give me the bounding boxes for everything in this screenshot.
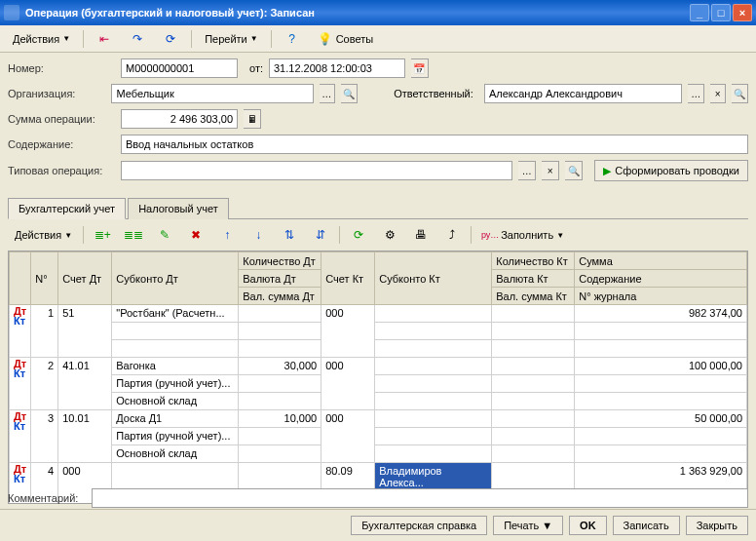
- table-row[interactable]: Основной склад: [10, 393, 747, 410]
- sort-asc-icon[interactable]: ⇅: [275, 223, 304, 247]
- settings-icon[interactable]: ⚙: [375, 223, 404, 247]
- resp-input[interactable]: [484, 84, 683, 103]
- tips-button[interactable]: 💡Советы: [311, 27, 380, 51]
- actions-menu[interactable]: Действия▼: [6, 29, 77, 49]
- org-select-icon[interactable]: …: [320, 84, 336, 103]
- accounting-ref-button[interactable]: Бухгалтерская справка: [351, 516, 487, 535]
- col-n[interactable]: N°: [31, 252, 58, 305]
- refresh-icon[interactable]: ⟳: [156, 27, 185, 51]
- table-row[interactable]: Партия (ручной учет)...: [10, 428, 747, 445]
- resp-open-icon[interactable]: 🔍: [732, 84, 748, 103]
- sort-desc-icon[interactable]: ⇵: [306, 223, 335, 247]
- help-icon[interactable]: ?: [278, 27, 307, 51]
- content-input[interactable]: [121, 135, 748, 154]
- table-row[interactable]: ДтКт 4 000 80.09 Владимиров Алекса...1 3…: [10, 463, 747, 491]
- org-label: Организация:: [8, 88, 105, 99]
- number-label: Номер:: [8, 62, 115, 74]
- comment-input[interactable]: [92, 488, 748, 508]
- print-grid-icon[interactable]: 🖶: [406, 223, 435, 247]
- col-schdt[interactable]: Счет Дт: [58, 252, 112, 305]
- resp-label: Ответственный:: [394, 88, 478, 99]
- typop-open-icon[interactable]: 🔍: [565, 161, 583, 180]
- col-vsdt[interactable]: Вал. сумма Дт: [239, 288, 321, 305]
- col-vskt[interactable]: Вал. сумма Кт: [492, 288, 575, 305]
- col-schkt[interactable]: Счет Кт: [321, 252, 375, 305]
- table-row[interactable]: Партия (ручной учет)...: [10, 375, 747, 393]
- save-button[interactable]: Записать: [613, 516, 680, 535]
- number-input[interactable]: [121, 58, 238, 78]
- delete-row-icon[interactable]: ✖: [181, 223, 210, 247]
- nav-fwd-icon[interactable]: ↷: [123, 27, 152, 51]
- typop-input[interactable]: [121, 161, 512, 180]
- calendar-icon[interactable]: 📅: [411, 58, 429, 78]
- move-up-icon[interactable]: ↑: [212, 223, 242, 247]
- resp-select-icon[interactable]: …: [688, 84, 704, 103]
- nav-back-icon[interactable]: ⇤: [90, 27, 119, 51]
- typop-label: Типовая операция:: [8, 165, 115, 176]
- ok-button[interactable]: OK: [569, 516, 607, 535]
- form-postings-button[interactable]: ▶Сформировать проводки: [594, 160, 748, 181]
- grid-actions-menu[interactable]: Действия▼: [8, 225, 79, 245]
- resp-clear-icon[interactable]: ×: [710, 84, 727, 103]
- app-icon: [4, 5, 19, 20]
- postings-grid[interactable]: N° Счет Дт Субконто Дт Количество Дт Сче…: [8, 251, 748, 504]
- calc-icon[interactable]: 🖩: [244, 109, 261, 129]
- date-input[interactable]: [269, 58, 405, 78]
- col-sum[interactable]: Сумма: [575, 252, 747, 270]
- org-open-icon[interactable]: 🔍: [341, 84, 358, 103]
- edit-row-icon[interactable]: ✎: [150, 223, 179, 247]
- close-form-button[interactable]: Закрыть: [686, 516, 748, 535]
- title-bar: Операция (бухгалтерский и налоговый учет…: [0, 0, 756, 25]
- col-qtykt[interactable]: Количество Кт: [492, 252, 575, 270]
- fill-button[interactable]: ру…Заполнить▼: [475, 223, 571, 247]
- col-valdt[interactable]: Валюта Дт: [239, 270, 321, 288]
- typop-clear-icon[interactable]: ×: [542, 161, 559, 180]
- table-row[interactable]: [10, 340, 747, 358]
- col-subdt[interactable]: Субконто Дт: [112, 252, 239, 305]
- comment-label: Комментарий:: [8, 492, 86, 504]
- print-button[interactable]: Печать▼: [493, 516, 563, 535]
- col-subkt[interactable]: Субконто Кт: [375, 252, 492, 305]
- window-title: Операция (бухгалтерский и налоговый учет…: [25, 7, 690, 19]
- typop-select-icon[interactable]: …: [518, 161, 536, 180]
- move-down-icon[interactable]: ↓: [244, 223, 273, 247]
- content-label: Содержание:: [8, 138, 115, 150]
- copy-row-icon[interactable]: ≣≣: [119, 223, 148, 247]
- table-row[interactable]: [10, 323, 747, 340]
- sum-label: Сумма операции:: [8, 113, 115, 125]
- col-cont[interactable]: Содержание: [575, 270, 747, 288]
- table-row[interactable]: ДтКт 2 41.01 Вагонка30,000 000 100 000,0…: [10, 358, 747, 375]
- from-label: от:: [249, 62, 263, 74]
- col-valkt[interactable]: Валюта Кт: [492, 270, 575, 288]
- tab-tax[interactable]: Налоговый учет: [128, 198, 229, 219]
- table-row[interactable]: ДтКт 1 51 "Ростбанк" (Расчетн... 000 982…: [10, 305, 747, 323]
- sum-input[interactable]: [121, 109, 238, 129]
- refresh-grid-icon[interactable]: ⟳: [344, 223, 373, 247]
- col-qtydt[interactable]: Количество Дт: [239, 252, 321, 270]
- table-row[interactable]: ДтКт 3 10.01 Доска Д110,000 000 50 000,0…: [10, 410, 747, 428]
- main-toolbar: Действия▼ ⇤ ↷ ⟳ Перейти▼ ? 💡Советы: [0, 25, 756, 53]
- grid-toolbar: Действия▼ ≣+ ≣≣ ✎ ✖ ↑ ↓ ⇅ ⇵ ⟳ ⚙ 🖶 ⤴ ру…З…: [0, 219, 756, 251]
- maximize-button[interactable]: □: [711, 4, 731, 21]
- org-input[interactable]: [111, 84, 313, 103]
- col-jrn[interactable]: N° журнала: [575, 288, 747, 305]
- close-button[interactable]: ×: [733, 4, 752, 21]
- table-row[interactable]: Основной склад: [10, 445, 747, 463]
- export-icon[interactable]: ⤴: [437, 223, 467, 247]
- minimize-button[interactable]: _: [690, 4, 709, 21]
- tab-accounting[interactable]: Бухгалтерский учет: [8, 198, 126, 219]
- add-row-icon[interactable]: ≣+: [88, 223, 117, 247]
- goto-menu[interactable]: Перейти▼: [198, 29, 265, 49]
